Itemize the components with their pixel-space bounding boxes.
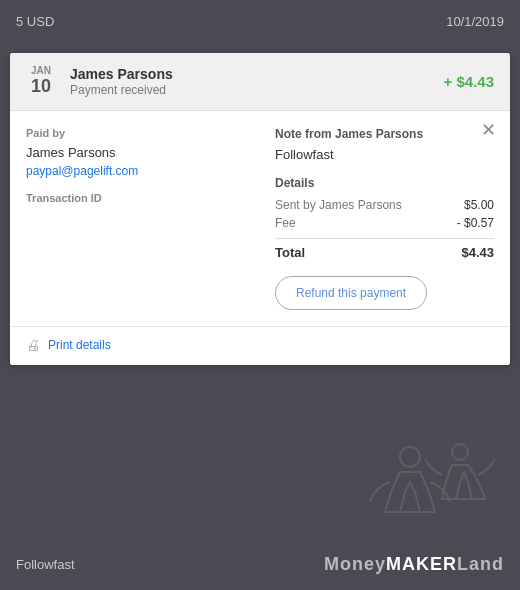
main-card: JAN 10 James Parsons Payment received + … (10, 53, 510, 365)
paid-by-email[interactable]: paypal@pagelift.com (26, 164, 245, 178)
detail-fee-value: - $0.57 (457, 216, 494, 230)
card-footer: 🖨 Print details (10, 326, 510, 365)
detail-fee-label: Fee (275, 216, 296, 230)
company-name: Followfast (16, 557, 75, 572)
currency-label: 5 USD (16, 14, 54, 29)
detail-fee-row: Fee - $0.57 (275, 216, 494, 230)
date-block: JAN 10 (26, 65, 56, 98)
top-bar: 5 USD 10/1/2019 (0, 0, 520, 43)
bottom-bar: Followfast MoneyMAKERLand (0, 538, 520, 590)
note-from-label: Note from James Parsons (275, 127, 494, 141)
close-button[interactable]: ✕ (481, 121, 496, 139)
date-day: 10 (31, 76, 51, 98)
watermark-figure (330, 437, 510, 540)
payment-amount: + $4.43 (444, 73, 494, 90)
sender-name: James Parsons (70, 66, 444, 82)
card-body: ✕ Paid by James Parsons paypal@pagelift.… (10, 111, 510, 327)
print-icon: 🖨 (26, 337, 40, 353)
detail-sent-label: Sent by James Parsons (275, 198, 402, 212)
svg-point-1 (452, 444, 468, 460)
payment-status: Payment received (70, 83, 444, 97)
right-column: Note from James Parsons Followfast Detai… (265, 127, 494, 311)
svg-point-0 (400, 447, 420, 467)
date-label: 10/1/2019 (446, 14, 504, 29)
print-details-link[interactable]: Print details (48, 338, 111, 352)
paid-by-name: James Parsons (26, 145, 245, 160)
detail-sent-value: $5.00 (464, 198, 494, 212)
brand-name: MoneyMAKERLand (324, 554, 504, 575)
card-header: JAN 10 James Parsons Payment received + … (10, 53, 510, 111)
paid-by-label: Paid by (26, 127, 245, 139)
total-row: Total $4.43 (275, 238, 494, 260)
total-value: $4.43 (461, 245, 494, 260)
header-info: James Parsons Payment received (70, 66, 444, 97)
transaction-id-label: Transaction ID (26, 192, 245, 204)
total-label: Total (275, 245, 305, 260)
detail-sent-row: Sent by James Parsons $5.00 (275, 198, 494, 212)
details-label: Details (275, 176, 494, 190)
date-month: JAN (31, 65, 51, 76)
note-text: Followfast (275, 147, 494, 162)
refund-button[interactable]: Refund this payment (275, 276, 427, 311)
left-column: Paid by James Parsons paypal@pagelift.co… (26, 127, 265, 311)
